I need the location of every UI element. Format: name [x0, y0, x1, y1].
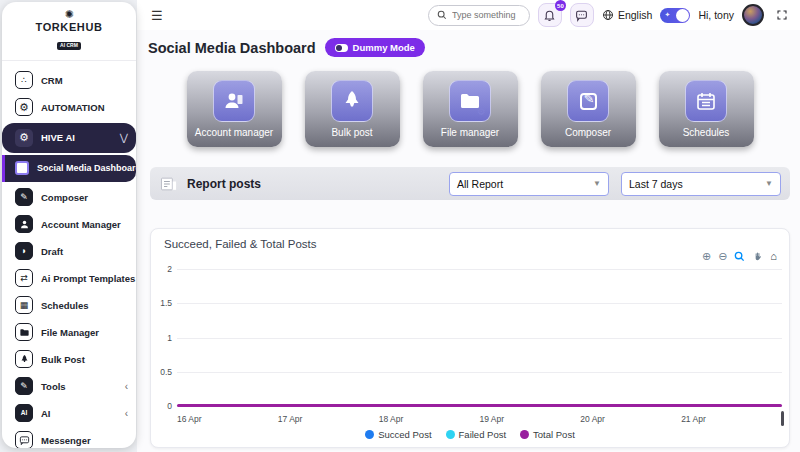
card-label: Bulk post [331, 127, 372, 138]
prompt-template-icon: ⇄ [15, 269, 33, 287]
newspaper-icon [159, 174, 179, 194]
x-axis-tick: 17 Apr [278, 414, 379, 424]
sidebar-item-bulk-post[interactable]: Bulk Post [2, 346, 136, 373]
sidebar-item-crm[interactable]: ∴ CRM [2, 67, 136, 94]
reset-zoom-home-icon[interactable]: ⌂ [770, 251, 777, 262]
globe-icon [602, 9, 614, 21]
sidebar-item-hive-ai[interactable]: ⚙ HIVE AI ⋁ [2, 123, 136, 153]
sidebar-item-account-manager[interactable]: Account Manager [2, 211, 136, 238]
legend-item-succeed[interactable]: Succed Post [365, 429, 431, 440]
search-input[interactable] [452, 10, 521, 20]
chat-bubble-icon [15, 431, 33, 448]
gridline [177, 372, 782, 373]
sidebar-item-composer[interactable]: ✎ Composer [2, 184, 136, 211]
date-range-select[interactable]: Last 7 days ▼ [621, 172, 781, 196]
chevron-down-icon: ▼ [593, 179, 601, 188]
zoom-out-icon[interactable]: ⊖ [718, 251, 727, 262]
hamburger-menu-icon[interactable]: ☰ [151, 8, 163, 23]
sidebar-item-tools[interactable]: ✎ Tools ‹ [2, 373, 136, 400]
sidebar-item-label: AI [41, 408, 51, 419]
sidebar-item-label: Composer [41, 192, 88, 203]
gridline [177, 303, 782, 304]
theme-toggle[interactable]: ✦ [660, 8, 690, 23]
chart-legend: Succed Post Failed Post Total Post [151, 429, 789, 440]
logo-title: TORKEHUB [2, 21, 136, 34]
person-building-icon [213, 80, 255, 122]
legend-item-failed[interactable]: Failed Post [446, 429, 507, 440]
hive-ai-gear-icon: ⚙ [15, 129, 33, 147]
card-label: Account manager [195, 127, 273, 138]
sidebar-item-schedules[interactable]: ▦ Schedules [2, 292, 136, 319]
sidebar-item-label: Schedules [41, 300, 89, 311]
chart-plot-area[interactable]: 2 1.5 1 0.5 0 [177, 269, 782, 406]
chart-scrollbar-thumb[interactable] [781, 411, 784, 426]
selection-zoom-icon[interactable] [734, 251, 745, 262]
file-manager-card[interactable]: ⚙ File manager [423, 71, 518, 147]
chevron-down-icon: ⋁ [120, 132, 128, 143]
legend-dot-purple [520, 430, 529, 439]
x-axis-tick: 21 Apr [681, 414, 782, 424]
y-axis-tick: 2 [167, 264, 172, 274]
sun-icon: ✦ [664, 11, 670, 18]
language-selector[interactable]: English [602, 9, 652, 21]
x-axis-tick: 19 Apr [479, 414, 580, 424]
gridline [177, 269, 782, 270]
logo-subtitle-badge: AI CRM [57, 42, 81, 50]
draft-icon: ◗ [15, 242, 33, 260]
toggle-knob [676, 9, 689, 22]
total-post-series-line [177, 404, 782, 407]
tools-pencil-icon: ✎ [15, 377, 33, 395]
search-box [428, 5, 530, 26]
language-label: English [618, 9, 652, 21]
report-type-value: All Report [457, 178, 503, 190]
composer-card[interactable]: Composer [541, 71, 636, 147]
chart-toolbar: ⊕ ⊖ ⌂ [702, 251, 777, 262]
chevron-down-icon: ▼ [765, 179, 773, 188]
fullscreen-button[interactable] [776, 9, 788, 21]
legend-label: Succed Post [378, 429, 431, 440]
sidebar-item-social-media-dashboard[interactable]: Social Media Dashboard [2, 155, 136, 182]
dashboard-checkbox-icon [15, 161, 29, 175]
dummy-mode-label: Dummy Mode [353, 42, 415, 53]
y-axis-tick: 1.5 [160, 298, 172, 308]
search-icon [437, 10, 447, 20]
dummy-mode-button[interactable]: Dummy Mode [325, 38, 425, 57]
sidebar-item-ai[interactable]: AI AI ‹ [2, 400, 136, 427]
chart-title: Succeed, Failed & Total Posts [164, 238, 317, 250]
x-axis-labels: 16 Apr 17 Apr 18 Apr 19 Apr 20 Apr 21 Ap… [177, 414, 782, 424]
avatar[interactable] [742, 4, 764, 26]
card-label: File manager [441, 127, 499, 138]
legend-dot-blue [365, 430, 374, 439]
sidebar-item-ai-prompt-templates[interactable]: ⇄ Ai Prompt Templates [2, 265, 136, 292]
legend-item-total[interactable]: Total Post [520, 429, 575, 440]
pan-hand-icon[interactable] [752, 251, 763, 262]
sidebar: ✺ TORKEHUB AI CRM ∴ CRM ⚙ AUTOMATION ⚙ H… [2, 2, 136, 448]
bulk-post-card[interactable]: Bulk post [305, 71, 400, 147]
sidebar-item-messenger[interactable]: Messenger [2, 427, 136, 448]
folder-icon [15, 323, 33, 341]
messages-button[interactable] [570, 3, 594, 27]
date-range-value: Last 7 days [629, 178, 683, 190]
calendar-icon: ▦ [15, 296, 33, 314]
zoom-in-icon[interactable]: ⊕ [702, 251, 711, 262]
app-logo: ✺ TORKEHUB AI CRM [2, 2, 136, 56]
notifications-button[interactable]: 50 [538, 3, 562, 27]
user-greeting: Hi, tony [698, 9, 734, 21]
report-type-select[interactable]: All Report ▼ [449, 172, 609, 196]
account-manager-card[interactable]: Account manager [187, 71, 282, 147]
x-axis-tick: 16 Apr [177, 414, 278, 424]
sidebar-item-automation[interactable]: ⚙ AUTOMATION [2, 94, 136, 121]
rocket-icon [15, 350, 33, 368]
legend-label: Total Post [533, 429, 575, 440]
schedules-card[interactable]: Schedules [659, 71, 754, 147]
sidebar-item-file-manager[interactable]: File Manager [2, 319, 136, 346]
report-posts-title: Report posts [187, 177, 261, 191]
crm-dots-icon: ∴ [15, 71, 33, 89]
sidebar-item-label: Tools [41, 381, 66, 392]
notification-badge: 50 [555, 0, 566, 11]
sidebar-item-label: CRM [41, 75, 63, 86]
sidebar-item-draft[interactable]: ◗ Draft [2, 238, 136, 265]
sidebar-item-label: HIVE AI [41, 132, 75, 143]
mini-toggle-icon [335, 44, 348, 52]
x-axis-tick: 20 Apr [580, 414, 681, 424]
